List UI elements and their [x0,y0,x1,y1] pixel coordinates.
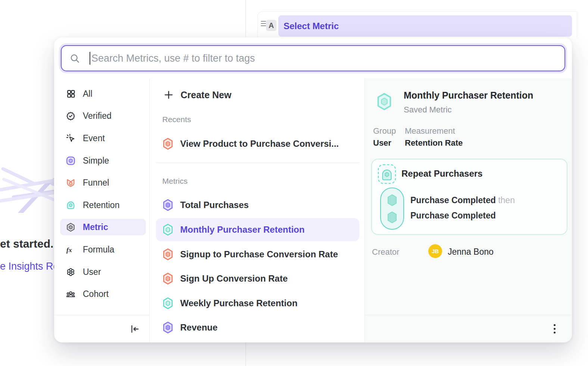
metric-hexagon-icon [162,297,173,310]
sidebar-item-formula[interactable]: fx Formula [60,241,146,258]
metric-hexagon-icon [66,223,75,232]
retention-arch-icon [66,201,75,210]
text-caret [90,52,90,65]
repeat-purchasers-title: Repeat Purchasers [401,168,482,179]
metric-letter-badge: A [266,20,276,31]
detail-subtitle: Saved Metric [404,105,451,115]
filter-sidebar: All Verified Event [54,78,150,342]
metric-item-total-purchases[interactable]: Total Purchases [156,193,359,217]
metric-hexagon-icon [162,199,173,211]
funnel-step-1: Purchase Completed then [410,195,515,205]
measurement-value: Retention Rate [405,138,463,148]
drag-handle-icon[interactable] [261,21,266,26]
collapse-sidebar-icon[interactable] [129,324,140,334]
cursor-sparkle-icon [66,134,75,143]
get-started-heading-fragment: et started. [0,238,54,250]
repeat-purchasers-card: Repeat Purchasers Purchase Completed the… [371,159,567,235]
recents-section-label: Recents [162,115,191,124]
metric-hexagon-icon [162,248,173,261]
measurement-label: Measurement [405,126,455,136]
svg-text:fx: fx [66,246,72,253]
metric-item-weekly-purchase-retention[interactable]: Weekly Purchase Retention [156,292,359,315]
sidebar-item-all[interactable]: All [60,86,146,102]
creator-label: Creator [372,247,399,257]
saved-metric-hexagon-icon [376,92,393,111]
metric-hexagon-icon [162,321,173,334]
step-hexagon-icon [386,211,398,224]
funnel-hexagon-icon [162,137,173,150]
create-new-button[interactable]: Create New [156,87,359,103]
sidebar-item-cohort[interactable]: Cohort [60,286,146,302]
select-metric-label: Select Metric [284,21,339,31]
sidebar-item-retention[interactable]: Retention [60,197,146,213]
sidebar-item-metric[interactable]: Metric [60,219,146,235]
step-hexagon-icon [386,193,398,207]
sidebar-item-user[interactable]: User [60,264,146,280]
metrics-section-label: Metrics [162,177,188,186]
metric-picker-modal: All Verified Event [54,37,572,342]
plus-icon [163,90,174,100]
user-flower-icon [66,267,75,277]
cohort-people-icon [66,289,75,299]
sidebar-item-event[interactable]: Event [60,130,146,146]
simple-hexagon-icon [66,156,75,165]
then-connector: then [498,195,515,205]
detail-footer [365,315,572,342]
metric-item-monthly-purchaser-retention[interactable]: Monthly Purchaser Retention [156,218,359,241]
metric-item-signup-to-purchase[interactable]: Signup to Purchase Conversion Rate [156,243,359,266]
group-value: User [373,138,391,148]
search-input[interactable] [91,53,556,64]
metric-item-revenue[interactable]: Revenue [156,316,359,339]
metric-row-card: A Select Metric [257,11,577,38]
metric-hexagon-icon [162,223,173,236]
sidebar-item-funnel[interactable]: Funnel [60,174,146,191]
insights-report-link-fragment[interactable]: e Insights Re [0,261,54,272]
creator-name: Jenna Bono [448,247,494,257]
retention-dashed-icon [378,164,396,184]
more-options-kebab-icon[interactable] [551,322,558,336]
funnel-icon [66,178,75,187]
creator-avatar: JB [428,244,442,258]
select-metric-button[interactable]: Select Metric [278,15,572,37]
group-label: Group [373,126,396,136]
funnel-steps-capsule [380,187,404,230]
search-icon [70,53,80,63]
metric-hexagon-icon [162,272,173,285]
sidebar-item-verified[interactable]: Verified [60,108,146,124]
metric-list: Create New Recents View Product to Purch… [150,78,365,342]
funnel-step-2: Purchase Completed [410,211,496,221]
recent-metric-item[interactable]: View Product to Purchase Conversi... [156,132,359,155]
list-divider [156,162,359,163]
metric-item-sign-up-conversion[interactable]: Sign Up Conversion Rate [156,267,359,290]
search-box[interactable] [61,45,565,71]
sidebar-footer [54,315,150,342]
sidebar-item-simple[interactable]: Simple [60,152,146,169]
formula-fx-icon: fx [66,245,75,254]
detail-title: Monthly Purchaser Retention [404,90,533,101]
verified-badge-icon [66,111,75,121]
grid-icon [66,89,75,99]
metric-detail-panel: Monthly Purchaser Retention Saved Metric… [365,78,572,342]
